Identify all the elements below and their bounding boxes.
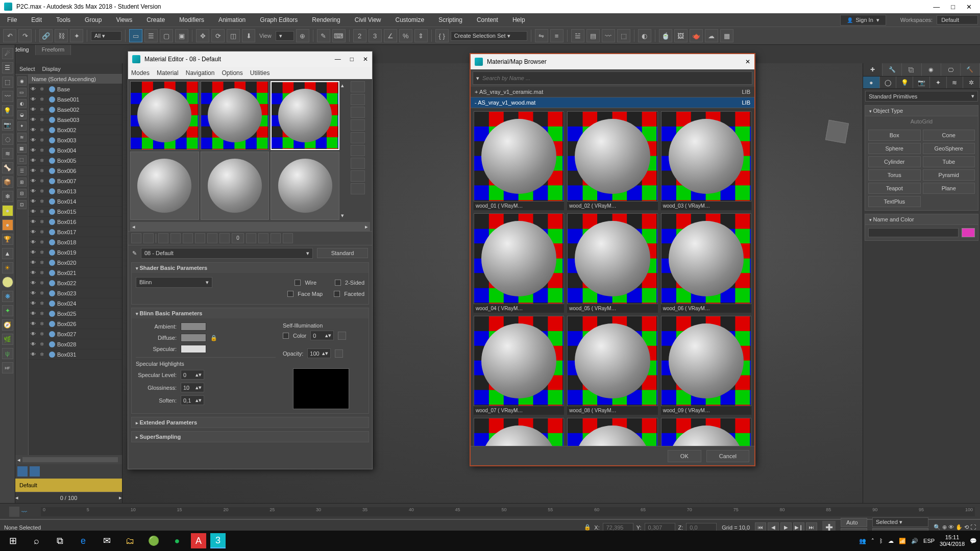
align-button[interactable]: ≡ [550,29,564,42]
menu-views[interactable]: Views [111,14,137,26]
vt-trophy-icon[interactable]: 🏆 [2,234,13,245]
facemap-checkbox[interactable] [287,291,293,297]
redo-button[interactable]: ↷ [18,29,32,42]
scene-row[interactable]: 👁❄Base001 [29,94,122,105]
me-menu-material[interactable]: Material [157,69,179,77]
layer-icon[interactable] [30,466,40,477]
open-a360-button[interactable]: ▦ [720,29,733,42]
visibility-icon[interactable]: 👁 [31,188,38,194]
freeze-icon[interactable]: ❄ [40,290,47,296]
si-map-button[interactable] [338,332,346,340]
render-setup-button[interactable]: 🍵 [659,29,672,42]
scene-row[interactable]: 👁❄Box006 [29,166,122,176]
window-crossing-button[interactable]: ▣ [175,29,188,42]
timeline-mode-icon[interactable]: 〰 [21,509,27,515]
snaps-2d-button[interactable]: 2 [353,29,366,42]
make-copy-icon[interactable] [183,233,193,243]
menu-group[interactable]: Group [80,14,107,26]
menu-create[interactable]: Create [141,14,170,26]
ribbon-tab-freeform[interactable]: Freeform [36,45,71,55]
show-in-viewport-icon[interactable] [246,233,256,243]
cp-category-dropdown[interactable]: Standard Primitives▾ [865,91,978,102]
specular-swatch[interactable] [181,345,206,353]
cp-systems-icon[interactable]: ✲ [963,77,980,88]
vt-grass-icon[interactable]: ψ [2,348,13,359]
layer-icon[interactable] [17,466,28,477]
orbit-icon[interactable]: ⟲ [964,524,969,531]
filter-icon[interactable]: ⊟ [17,189,27,198]
material-type-button[interactable]: Standard [317,248,368,258]
go-sibling-icon[interactable] [283,233,293,243]
primitive-button[interactable]: Teapot [868,183,921,194]
visibility-icon[interactable]: 👁 [31,249,38,255]
scene-select-tab[interactable]: Select [19,66,35,72]
filter-icon[interactable]: ◒ [17,110,27,119]
material-item[interactable]: wood_10 ( VRayM… [474,418,564,446]
cp-create-tab[interactable]: ✚ [863,63,883,76]
scene-row[interactable]: 👁❄Box003 [29,135,122,145]
rollout-object-type[interactable]: Object Type [865,106,978,116]
primitive-button[interactable]: Torus [868,169,921,181]
browser-ok-button[interactable]: OK [668,450,701,462]
hscroll-left-icon[interactable]: ◂ [132,223,135,230]
tray-people-icon[interactable]: 👥 [859,538,866,544]
filter-icon[interactable]: ≋ [17,133,27,142]
vt-circle-icon[interactable] [2,277,13,288]
material-item[interactable]: wood_08 ( VRayM… [567,316,657,415]
lib-wood[interactable]: - AS_vray_v1_wood.matLIB [471,97,754,108]
primitive-button[interactable]: Box [868,130,921,141]
scene-row[interactable]: 👁❄Box017 [29,227,122,237]
menu-content[interactable]: Content [472,14,503,26]
taskbar-edge[interactable]: e [74,533,93,549]
maximize-button[interactable]: □ [951,3,955,11]
scene-row[interactable]: 👁❄Base003 [29,115,122,125]
tray-bluetooth-icon[interactable]: ᛒ [879,538,883,544]
make-preview-icon[interactable] [351,158,365,169]
toggle-ribbon-button[interactable]: ▤ [586,29,600,42]
scene-row[interactable]: 👁❄Box005 [29,156,122,166]
scene-row[interactable]: 👁❄Box027 [29,329,122,339]
put-to-lib-icon[interactable] [207,233,217,243]
visibility-icon[interactable]: 👁 [31,229,38,235]
filter-icon[interactable]: ◉ [17,77,27,86]
use-pivot-center-button[interactable]: ⊕ [296,29,309,42]
menu-civilview[interactable]: Civil View [350,14,386,26]
visibility-icon[interactable]: 👁 [31,198,38,204]
vt-bone-icon[interactable]: 🦴 [2,162,13,173]
freeze-icon[interactable]: ❄ [40,86,47,92]
sample-backlight-icon[interactable] [351,94,365,105]
freeze-icon[interactable]: ❄ [40,249,47,255]
visibility-icon[interactable]: 👁 [31,158,38,163]
menu-animation[interactable]: Animation [213,14,251,26]
schematic-view-button[interactable]: ⬚ [617,29,630,42]
visibility-icon[interactable]: 👁 [31,86,38,92]
cp-geometry-icon[interactable]: ● [863,77,880,88]
sample-repeat-icon[interactable] [351,132,365,143]
get-material-icon[interactable] [131,233,141,243]
si-color-spinner[interactable]: 0▴▾ [310,331,334,340]
video-check-icon[interactable] [351,145,365,156]
material-slot[interactable] [201,81,270,150]
visibility-icon[interactable]: 👁 [31,311,38,316]
opacity-map-button[interactable] [335,349,343,358]
scale-button[interactable]: ◫ [227,29,240,42]
lock-icon[interactable]: 🔒 [210,335,217,341]
vt-blue-icon[interactable]: ❋ [2,291,13,302]
scene-row[interactable]: 👁❄Base002 [29,105,122,115]
rollout-name-color[interactable]: Name and Color [865,214,978,225]
scene-row[interactable]: 👁❄Box028 [29,339,122,349]
name-field[interactable] [868,228,959,237]
sample-sphere-icon[interactable] [351,81,365,92]
curve-editor-button[interactable]: 〰 [602,29,615,42]
menu-edit[interactable]: Edit [26,14,47,26]
workspaces-dropdown[interactable]: Default [937,15,978,24]
vt-frozen-icon[interactable]: ❄ [2,191,13,202]
dialog-maximize-button[interactable]: □ [350,56,354,63]
vt-camera-icon[interactable]: 📷 [2,119,13,131]
menu-customize[interactable]: Customize [390,14,430,26]
ref-coord-dropdown[interactable]: ▾ [276,31,294,41]
rollout-shader-basic[interactable]: Shader Basic Parameters [132,263,369,273]
snaps-3d-button[interactable]: 3 [369,29,382,42]
material-item[interactable]: wood_12 ( VRayM… [661,418,751,446]
material-slot[interactable] [271,152,339,220]
